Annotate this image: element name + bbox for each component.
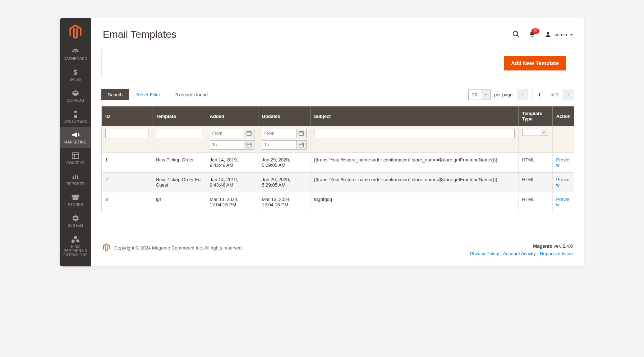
preview-link[interactable]: Preview	[556, 197, 570, 207]
filter-id-input[interactable]	[105, 129, 148, 138]
cell-updated: Jun 29, 2020, 5:29:05 AM	[258, 153, 310, 173]
sidebar-item-catalog[interactable]: CATALOG	[60, 86, 91, 106]
layout-icon	[72, 152, 79, 160]
col-header-id[interactable]: ID	[102, 106, 152, 126]
sidebar-item-customers[interactable]: CUSTOMERS	[60, 106, 91, 127]
records-found: 3 records found	[175, 92, 208, 97]
cell-type: HTML	[518, 173, 552, 192]
calendar-button[interactable]	[244, 140, 254, 150]
sidebar-item-marketing[interactable]: MARKETING	[60, 127, 91, 148]
sidebar-item-label: DASHBOARD	[64, 57, 87, 61]
calendar-button[interactable]	[296, 140, 307, 150]
account-activity-link[interactable]: Account Activity	[503, 251, 536, 256]
megaphone-icon	[72, 131, 79, 139]
gear-icon	[72, 214, 79, 222]
per-page-select[interactable]: 20	[468, 90, 491, 100]
svg-point-12	[547, 32, 549, 35]
filter-type-value	[523, 129, 540, 136]
pager-next-button[interactable]	[563, 89, 574, 100]
sidebar-item-find-partners-extensions[interactable]: FIND PARTNERS & EXTENSIONS	[60, 232, 91, 261]
cell-template: New Pickup Order For Guest	[152, 173, 206, 192]
col-header-subject[interactable]: Subject	[310, 106, 518, 126]
filter-updated-to-input[interactable]	[262, 140, 296, 150]
col-header-added[interactable]: Added	[206, 106, 258, 126]
filter-updated-from-input[interactable]	[262, 129, 296, 138]
toolbar-right: 20 per page of 1	[468, 89, 574, 100]
magento-logo-icon	[103, 243, 110, 251]
chevron-down-icon	[481, 90, 490, 100]
filter-added-from-input[interactable]	[210, 129, 244, 138]
cell-added: Jan 14, 2019, 9:43:46 AM	[206, 153, 258, 173]
filter-updated-to-wrap	[262, 140, 307, 150]
svg-text:$: $	[73, 68, 77, 76]
sidebar-item-dashboard[interactable]: DASHBOARD	[60, 44, 91, 65]
user-menu[interactable]: admin	[544, 31, 573, 38]
toolbar-left: Search Reset Filter 3 records found	[101, 89, 208, 100]
sidebar-item-stores[interactable]: STORES	[60, 190, 91, 211]
notifications-button[interactable]: 39	[529, 31, 536, 39]
cell-subject: {{trans "Your %store_name order confirma…	[310, 153, 518, 173]
privacy-policy-link[interactable]: Privacy Policy	[470, 251, 499, 256]
search-grid-button[interactable]: Search	[101, 89, 129, 100]
chevron-down-icon	[570, 34, 573, 36]
pager-prev-button[interactable]	[517, 89, 528, 100]
calendar-button[interactable]	[296, 129, 307, 138]
cell-type: HTML	[518, 153, 552, 173]
per-page-wrap: 20 per page	[468, 90, 513, 100]
page-header: Email Templates 39 admin	[91, 18, 584, 49]
search-icon	[512, 30, 520, 38]
grid-wrap: ID Template Added Updated Subject Templa…	[101, 106, 574, 212]
table-row[interactable]: 2New Pickup Order For GuestJan 14, 2019,…	[102, 173, 574, 192]
sidebar-item-label: REPORTS	[66, 182, 84, 186]
notification-badge: 39	[532, 28, 539, 34]
chevron-down-icon	[540, 129, 548, 136]
filter-subject-input[interactable]	[314, 129, 515, 138]
footer: Copyright © 2024 Magento Commerce Inc. A…	[91, 234, 584, 266]
sidebar-item-sales[interactable]: $SALES	[60, 65, 91, 86]
pager-current-input[interactable]	[533, 89, 546, 100]
filter-row	[102, 126, 574, 153]
sidebar-item-label: CATALOG	[67, 99, 84, 103]
svg-rect-4	[72, 153, 79, 159]
cell-action: Preview	[552, 153, 574, 173]
table-row[interactable]: 3tgfMar 13, 2024, 12:04:15 PMMar 13, 202…	[102, 192, 574, 212]
preview-link[interactable]: Preview	[556, 157, 570, 168]
actions-bar: Add New Template	[101, 49, 574, 77]
sidebar-item-reports[interactable]: REPORTS	[60, 169, 91, 190]
sidebar-item-content[interactable]: CONTENT	[60, 148, 91, 169]
col-header-updated[interactable]: Updated	[258, 106, 310, 126]
sidebar-item-system[interactable]: SYSTEM	[60, 211, 91, 232]
preview-link[interactable]: Preview	[556, 177, 570, 188]
filter-type-select[interactable]	[522, 129, 548, 136]
svg-rect-25	[299, 143, 303, 147]
report-issue-link[interactable]: Report an Issue	[540, 251, 573, 256]
add-new-template-button[interactable]: Add New Template	[504, 56, 566, 70]
header-actions: 39 admin	[512, 30, 573, 39]
cell-type: HTML	[518, 192, 552, 212]
calendar-icon	[247, 131, 252, 136]
calendar-button[interactable]	[244, 129, 254, 138]
col-header-type[interactable]: Template Type	[518, 106, 552, 126]
sidebar-item-label: CONTENT	[66, 161, 84, 165]
per-page-label: per page	[494, 92, 512, 97]
table-row[interactable]: 1New Pickup OrderJan 14, 2019, 9:43:46 A…	[102, 153, 574, 173]
box-icon	[72, 89, 79, 97]
dashboard-icon	[72, 47, 79, 55]
footer-version: Magento ver. 2.4.0	[470, 243, 573, 249]
magento-logo[interactable]	[60, 18, 91, 44]
filter-added-to-input[interactable]	[210, 140, 244, 150]
magento-logo-small	[103, 243, 110, 252]
cell-id: 3	[102, 192, 152, 212]
main: Email Templates 39 admin Add New Templat…	[91, 18, 584, 266]
search-button[interactable]	[512, 30, 520, 39]
filter-template-input[interactable]	[156, 129, 202, 138]
person-icon	[73, 110, 78, 118]
footer-copyright: Copyright © 2024 Magento Commerce Inc. A…	[114, 245, 243, 251]
svg-rect-9	[77, 175, 79, 179]
reset-filter-link[interactable]: Reset Filter	[136, 92, 160, 97]
footer-links: Privacy Policy|Account Activity|Report a…	[470, 251, 573, 256]
sidebar-item-label: STORES	[68, 203, 83, 207]
col-header-template[interactable]: Template	[152, 106, 206, 126]
pager-of: of 1	[551, 92, 558, 97]
cell-added: Mar 13, 2024, 12:04:15 PM	[206, 192, 258, 212]
